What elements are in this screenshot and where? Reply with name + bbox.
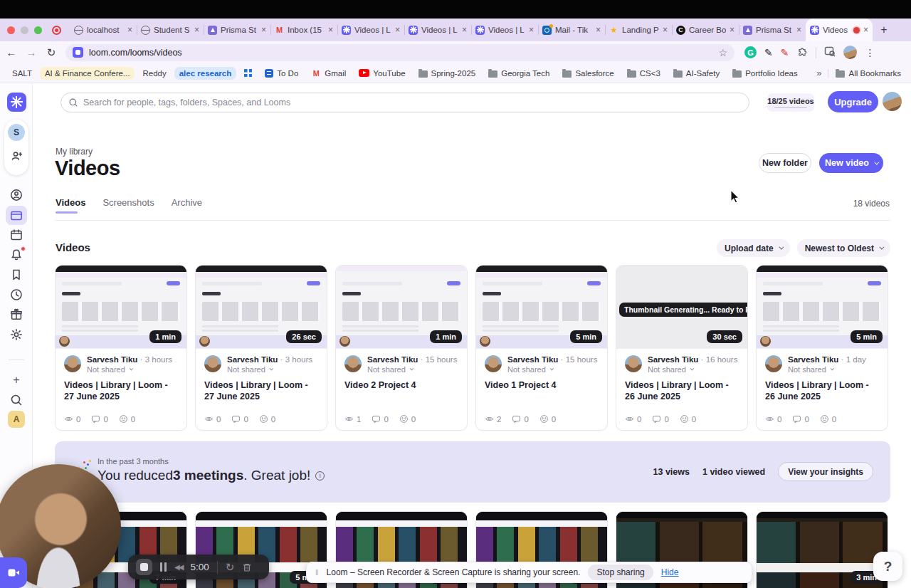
bookmark-item[interactable]: AI-Safety — [668, 67, 725, 80]
video-card[interactable]: Thumbnail Generating... Ready to Play 30… — [616, 265, 748, 431]
share-status-dropdown[interactable]: Not shared — [87, 365, 172, 374]
video-title[interactable]: Video 2 Project 4 — [344, 379, 458, 402]
new-video-button[interactable]: New video — [819, 153, 883, 173]
tab-close-button[interactable]: × — [863, 26, 868, 34]
bookmark-item[interactable]: To Do — [260, 67, 303, 80]
bookmark-item[interactable]: AI & Finance Confere... — [40, 67, 135, 80]
new-folder-button[interactable]: New folder — [759, 153, 811, 173]
browser-tab[interactable]: Videos × — [806, 19, 873, 41]
sort-order-dropdown[interactable]: Newest to Oldest — [797, 239, 890, 257]
search-bar[interactable] — [60, 93, 749, 112]
video-thumbnail[interactable]: 5 min — [476, 266, 607, 349]
forward-button[interactable]: → — [23, 44, 40, 61]
tab-close-button[interactable]: × — [529, 26, 534, 34]
rewind-icon[interactable]: ◀◀ — [174, 563, 182, 571]
video-thumbnail[interactable]: 5 min — [757, 266, 888, 349]
drag-handle-icon[interactable]: ‖ — [315, 568, 319, 577]
browser-tab[interactable]: Videos | L × — [404, 19, 471, 41]
search-tabs-icon[interactable] — [824, 46, 836, 60]
video-title[interactable]: Video 1 Project 4 — [485, 379, 599, 402]
invite-members-icon[interactable] — [9, 148, 24, 164]
stop-recording-button[interactable] — [136, 559, 152, 575]
profile-avatar[interactable] — [843, 46, 857, 59]
url-text[interactable]: loom.com/looms/videos — [89, 48, 712, 58]
tab-close-button[interactable]: × — [261, 26, 266, 34]
browser-tab[interactable]: Videos | L × — [337, 19, 404, 41]
bookmarks-overflow-button[interactable]: » — [811, 68, 827, 78]
all-bookmarks-button[interactable]: All Bookmarks — [828, 69, 911, 78]
video-thumbnail[interactable]: 1 min — [56, 266, 186, 349]
video-thumbnail[interactable]: 26 sec — [196, 266, 327, 349]
tab-close-button[interactable]: × — [194, 26, 199, 34]
camera-toggle-button[interactable] — [0, 557, 27, 588]
tab-close-button[interactable]: × — [462, 26, 467, 34]
bookmark-item[interactable]: Gmail — [306, 67, 351, 80]
sidebar-item-settings[interactable] — [9, 327, 24, 342]
tab-close-button[interactable]: × — [730, 26, 734, 34]
tab-close-button[interactable]: × — [796, 26, 801, 34]
address-bar[interactable]: loom.com/looms/videos ☆ — [65, 44, 734, 61]
extensions-puzzle-icon[interactable] — [796, 46, 808, 60]
reload-button[interactable]: ↻ — [43, 44, 60, 61]
browser-tab[interactable]: Mail - Tik × — [538, 19, 605, 41]
delete-recording-icon[interactable] — [242, 562, 252, 572]
video-title[interactable]: Videos | Library | Loom - 26 June 2025 — [625, 379, 739, 403]
close-window-button[interactable] — [7, 26, 15, 34]
bookmark-star-icon[interactable]: ☆ — [718, 47, 727, 58]
upgrade-button[interactable]: Upgrade — [828, 91, 878, 112]
sidebar-item-notifications[interactable] — [9, 247, 24, 263]
browser-menu-icon[interactable]: ⋮ — [865, 47, 875, 58]
account-avatar[interactable] — [883, 92, 902, 111]
bookmark-item[interactable]: Reddy — [137, 67, 171, 80]
sidebar-add-button[interactable]: + — [9, 373, 23, 387]
share-status-dropdown[interactable]: Not shared — [367, 365, 457, 374]
search-input[interactable] — [83, 98, 742, 107]
bookmark-item[interactable]: SALT — [7, 67, 37, 80]
help-button[interactable]: ? — [873, 552, 902, 581]
sidebar-user-avatar[interactable]: A — [8, 411, 25, 428]
video-quota-indicator[interactable]: 18/25 videos — [767, 93, 814, 112]
browser-tab[interactable]: Career Bo × — [672, 19, 739, 41]
bookmark-item[interactable]: Spring-2025 — [414, 67, 481, 80]
video-title[interactable]: Videos | Library | Loom - 27 June 2025 — [204, 379, 318, 403]
bookmark-item[interactable]: alec research — [174, 67, 237, 80]
video-title[interactable]: Videos | Library | Loom - 26 June 2025 — [765, 379, 879, 403]
browser-tab[interactable]: Landing P × — [605, 19, 672, 41]
sidebar-item-bookmarks[interactable] — [9, 267, 24, 283]
video-thumbnail[interactable]: 1 min — [336, 266, 467, 349]
stop-sharing-button[interactable]: Stop sharing — [588, 565, 653, 580]
back-button[interactable]: ← — [3, 44, 20, 61]
video-title[interactable]: Videos | Library | Loom - 27 June 2025 — [64, 379, 178, 403]
view-insights-button[interactable]: View your insights — [778, 462, 873, 481]
tab-close-button[interactable]: × — [663, 26, 668, 34]
red-pen-extension-icon[interactable]: ✎ — [781, 47, 789, 58]
video-card[interactable]: 26 sec Sarvesh Tiku · 3 hours Not sh — [195, 265, 327, 431]
new-tab-button[interactable]: + — [875, 21, 892, 38]
bookmark-item[interactable]: CoolTech — [806, 67, 811, 80]
zoom-window-button[interactable] — [34, 26, 42, 34]
tab-close-button[interactable]: × — [596, 26, 601, 34]
bookmark-item[interactable]: CS<3 — [622, 67, 665, 80]
hide-banner-link[interactable]: Hide — [661, 567, 679, 577]
bookmark-item[interactable]: Portfolio Ideas — [727, 67, 803, 80]
bookmark-item[interactable] — [239, 67, 257, 79]
info-icon[interactable]: i — [315, 471, 325, 481]
sidebar-item-history[interactable] — [9, 287, 24, 303]
browser-tab[interactable]: Inbox (15 × — [270, 19, 337, 41]
video-card[interactable]: 3 min — [756, 511, 888, 588]
bookmark-item[interactable]: YouTube — [354, 67, 410, 80]
loom-logo-icon[interactable] — [7, 93, 26, 112]
video-card[interactable]: 5 min Sarvesh Tiku · 1 day Not share — [756, 265, 888, 431]
browser-tab[interactable]: Prisma St × — [204, 19, 270, 41]
restart-recording-icon[interactable]: ↻ — [226, 561, 235, 574]
sort-by-dropdown[interactable]: Upload date — [717, 239, 790, 257]
share-status-dropdown[interactable]: Not shared — [648, 365, 737, 374]
pen-extension-icon[interactable]: ✎ — [764, 47, 773, 58]
sidebar-item-library[interactable] — [6, 206, 27, 225]
video-thumbnail[interactable]: 3 min — [757, 512, 888, 588]
sidebar-item-home[interactable] — [9, 187, 24, 203]
grammarly-extension-icon[interactable]: G — [744, 46, 757, 58]
video-card[interactable]: 5 min Sarvesh Tiku · 15 hours Not sh — [475, 265, 608, 431]
bookmark-item[interactable]: Georgia Tech — [483, 67, 554, 80]
browser-tab[interactable]: localhost × — [70, 19, 137, 41]
